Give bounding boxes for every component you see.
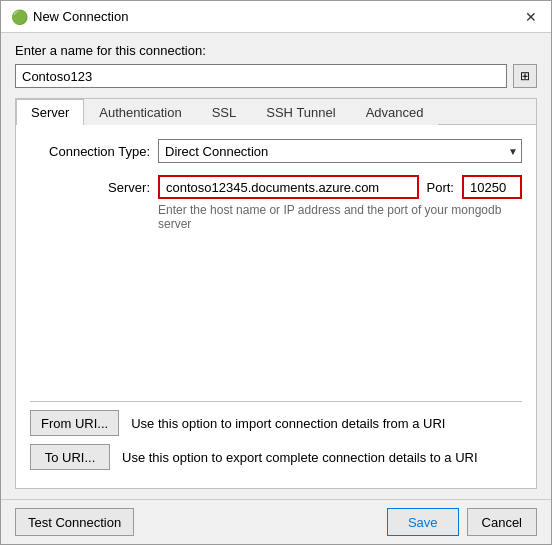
connection-type-select[interactable]: Direct Connection Replica Set / Sharded … — [158, 139, 522, 163]
server-input[interactable] — [158, 175, 419, 199]
to-uri-button[interactable]: To URI... — [30, 444, 110, 470]
cancel-button[interactable]: Cancel — [467, 508, 537, 536]
app-icon: 🟢 — [11, 9, 27, 25]
divider — [30, 401, 522, 402]
from-uri-row: From URI... Use this option to import co… — [30, 410, 522, 436]
server-input-wrapper — [158, 175, 419, 199]
favicon-picker-button[interactable]: ⊞ — [513, 64, 537, 88]
close-button[interactable]: ✕ — [521, 7, 541, 27]
connection-type-label: Connection Type: — [30, 144, 150, 159]
tab-server[interactable]: Server — [16, 99, 84, 125]
dialog-title: New Connection — [33, 9, 128, 24]
tabs-panel: Server Authentication SSL SSH Tunnel Adv… — [15, 98, 537, 489]
to-uri-row: To URI... Use this option to export comp… — [30, 444, 522, 470]
connection-name-label: Enter a name for this connection: — [15, 43, 537, 58]
save-button[interactable]: Save — [387, 508, 459, 536]
connection-type-wrapper: Direct Connection Replica Set / Sharded … — [158, 139, 522, 163]
from-uri-desc: Use this option to import connection det… — [131, 416, 445, 431]
dialog-body: Enter a name for this connection: ⊞ Serv… — [1, 33, 551, 499]
test-connection-button[interactable]: Test Connection — [15, 508, 134, 536]
to-uri-desc: Use this option to export complete conne… — [122, 450, 478, 465]
footer-right: Save Cancel — [387, 508, 537, 536]
server-hint-text: Enter the host name or IP address and th… — [158, 203, 522, 231]
connection-type-row: Connection Type: Direct Connection Repli… — [30, 139, 522, 163]
port-input[interactable] — [462, 175, 522, 199]
new-connection-dialog: 🟢 New Connection ✕ Enter a name for this… — [0, 0, 552, 545]
footer: Test Connection Save Cancel — [1, 499, 551, 544]
server-label: Server: — [30, 180, 150, 195]
tabs-header: Server Authentication SSL SSH Tunnel Adv… — [16, 99, 536, 125]
tab-authentication[interactable]: Authentication — [84, 99, 196, 125]
tab-ssh-tunnel[interactable]: SSH Tunnel — [251, 99, 350, 125]
title-bar-left: 🟢 New Connection — [11, 9, 128, 25]
spacer — [30, 243, 522, 393]
port-label: Port: — [427, 180, 454, 195]
from-uri-button[interactable]: From URI... — [30, 410, 119, 436]
server-tab-content: Connection Type: Direct Connection Repli… — [16, 125, 536, 488]
server-row: Server: Port: — [30, 175, 522, 199]
connection-name-input[interactable] — [15, 64, 507, 88]
tab-ssl[interactable]: SSL — [197, 99, 252, 125]
connection-name-row: ⊞ — [15, 64, 537, 88]
grid-icon: ⊞ — [520, 69, 530, 83]
title-bar: 🟢 New Connection ✕ — [1, 1, 551, 33]
tab-advanced[interactable]: Advanced — [351, 99, 439, 125]
